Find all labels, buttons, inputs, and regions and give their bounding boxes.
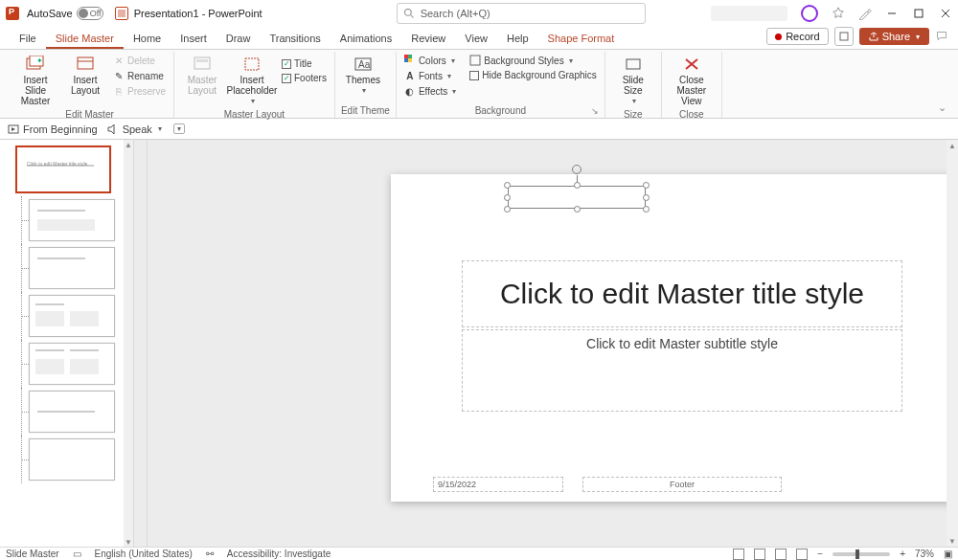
insert-slide-master-button[interactable]: ✦ Insert Slide Master: [11, 54, 59, 108]
record-button[interactable]: Record: [766, 28, 828, 45]
search-placeholder: Search (Alt+Q): [421, 8, 490, 19]
master-layout-button[interactable]: Master Layout: [180, 54, 224, 98]
account-avatar-icon[interactable]: [801, 5, 818, 22]
tab-insert[interactable]: Insert: [171, 29, 217, 49]
speak-button[interactable]: Speak▾: [107, 123, 162, 135]
slide-canvas-area: Click to edit Master title style Click t…: [134, 140, 947, 547]
layout-thumbnail-4[interactable]: [15, 343, 120, 385]
ribbon: ✦ Insert Slide Master Insert Layout ✕Del…: [0, 50, 958, 119]
maximize-button[interactable]: [912, 7, 925, 20]
footer-placeholder[interactable]: Footer: [582, 477, 782, 492]
resize-handle[interactable]: [574, 182, 581, 189]
resize-handle[interactable]: [504, 182, 511, 189]
resize-handle[interactable]: [504, 194, 511, 201]
coming-soon-icon[interactable]: [832, 7, 845, 20]
slide-master-canvas[interactable]: Click to edit Master title style Click t…: [391, 174, 947, 502]
rename-button[interactable]: ✎Rename: [111, 69, 168, 82]
group-edit-theme: Aa Themes▾ Edit Theme: [335, 52, 397, 118]
tab-home[interactable]: Home: [124, 29, 171, 49]
from-beginning-button[interactable]: From Beginning: [8, 123, 98, 135]
vertical-scrollbar[interactable]: ▲▼: [947, 140, 958, 547]
sorter-view-icon[interactable]: [754, 549, 765, 560]
reading-view-icon[interactable]: [775, 549, 787, 560]
ink-icon[interactable]: [858, 7, 872, 20]
svg-rect-13: [196, 59, 208, 62]
selected-shape[interactable]: [508, 186, 646, 209]
accessibility-icon[interactable]: ⚯: [206, 549, 214, 559]
tab-help[interactable]: Help: [497, 29, 538, 49]
tab-file[interactable]: File: [10, 29, 46, 49]
account-area[interactable]: [711, 6, 787, 21]
qat-customize[interactable]: ▾: [171, 123, 185, 134]
svg-rect-14: [245, 58, 259, 70]
tab-view[interactable]: View: [455, 29, 497, 49]
delete-button[interactable]: ✕Delete: [111, 54, 168, 67]
zoom-in-button[interactable]: +: [900, 549, 905, 559]
slideshow-view-icon[interactable]: [796, 549, 808, 560]
layout-thumbnail-3[interactable]: [15, 295, 120, 337]
group-label-edit-master: Edit Master: [11, 108, 168, 122]
footers-checkbox[interactable]: Footers: [280, 72, 329, 84]
svg-rect-12: [194, 57, 210, 69]
title-checkbox[interactable]: Title: [280, 57, 329, 70]
autosave-toggle[interactable]: Off: [77, 7, 103, 20]
share-icon: [869, 32, 878, 41]
effects-button[interactable]: ◐Effects▾: [402, 84, 458, 98]
status-lang-icon[interactable]: ▭: [73, 549, 81, 559]
slide-size-button[interactable]: Slide Size▾: [611, 54, 655, 108]
master-thumbnail[interactable]: Click to edit Master title style: [15, 146, 120, 193]
resize-handle[interactable]: [574, 206, 581, 213]
insert-placeholder-button[interactable]: Insert Placeholder▾: [228, 54, 276, 108]
layout-thumbnail-1[interactable]: [15, 199, 120, 241]
layout-thumbnail-2[interactable]: [15, 247, 120, 289]
tab-draw[interactable]: Draw: [217, 29, 261, 49]
tab-animations[interactable]: Animations: [331, 29, 401, 49]
status-language[interactable]: English (United States): [95, 549, 193, 559]
colors-button[interactable]: Colors▾: [402, 54, 458, 67]
hide-background-checkbox[interactable]: Hide Background Graphics: [468, 69, 599, 81]
zoom-level[interactable]: 73%: [915, 549, 934, 559]
fit-to-window-icon[interactable]: ▣: [944, 549, 952, 559]
resize-handle[interactable]: [643, 206, 650, 213]
background-launcher-icon[interactable]: ↘: [591, 106, 599, 116]
title-placeholder[interactable]: Click to edit Master title style: [462, 260, 902, 327]
tab-transitions[interactable]: Transitions: [260, 29, 330, 49]
minimize-button[interactable]: [885, 7, 899, 20]
svg-rect-21: [470, 56, 480, 65]
background-styles-button[interactable]: Background Styles▾: [468, 54, 599, 67]
zoom-out-button[interactable]: −: [817, 549, 823, 559]
resize-handle[interactable]: [643, 182, 650, 189]
tab-shape-format[interactable]: Shape Format: [538, 29, 625, 49]
svg-rect-3: [915, 10, 923, 17]
zoom-slider[interactable]: [833, 552, 890, 556]
rotation-handle-icon[interactable]: [572, 165, 582, 174]
layout-thumbnail-5[interactable]: [15, 391, 120, 433]
share-button[interactable]: Share▾: [859, 28, 929, 45]
themes-button[interactable]: Aa Themes▾: [341, 54, 385, 98]
document-title: Presentation1 - PowerPoint: [134, 8, 262, 19]
share-label: Share: [882, 31, 910, 42]
insert-layout-button[interactable]: Insert Layout: [63, 54, 107, 98]
status-accessibility[interactable]: Accessibility: Investigate: [227, 549, 331, 559]
save-icon[interactable]: [115, 7, 128, 20]
ribbon-display-options[interactable]: [834, 27, 854, 46]
normal-view-icon[interactable]: [733, 549, 744, 560]
date-placeholder[interactable]: 9/15/2022: [433, 477, 563, 492]
fonts-button[interactable]: AFonts▾: [402, 69, 458, 82]
layout-thumbnail-6[interactable]: [15, 438, 120, 481]
close-window-button[interactable]: [939, 7, 952, 20]
close-master-view-button[interactable]: Close Master View: [668, 54, 716, 108]
resize-handle[interactable]: [504, 206, 511, 213]
tab-slide-master[interactable]: Slide Master: [46, 29, 124, 49]
svg-point-0: [404, 10, 411, 16]
thumbnail-scrollbar[interactable]: ▲▼: [124, 140, 133, 547]
group-master-layout: Master Layout Insert Placeholder▾ Title …: [174, 52, 335, 118]
collapse-ribbon-icon[interactable]: ⌄: [932, 98, 952, 118]
tab-review[interactable]: Review: [401, 29, 455, 49]
svg-rect-10: [78, 57, 93, 69]
search-box[interactable]: Search (Alt+Q): [397, 3, 646, 24]
preserve-button[interactable]: ⎘Preserve: [111, 84, 168, 98]
subtitle-placeholder[interactable]: Click to edit Master subtitle style: [462, 329, 902, 412]
comments-icon[interactable]: [935, 30, 948, 43]
resize-handle[interactable]: [643, 194, 650, 201]
